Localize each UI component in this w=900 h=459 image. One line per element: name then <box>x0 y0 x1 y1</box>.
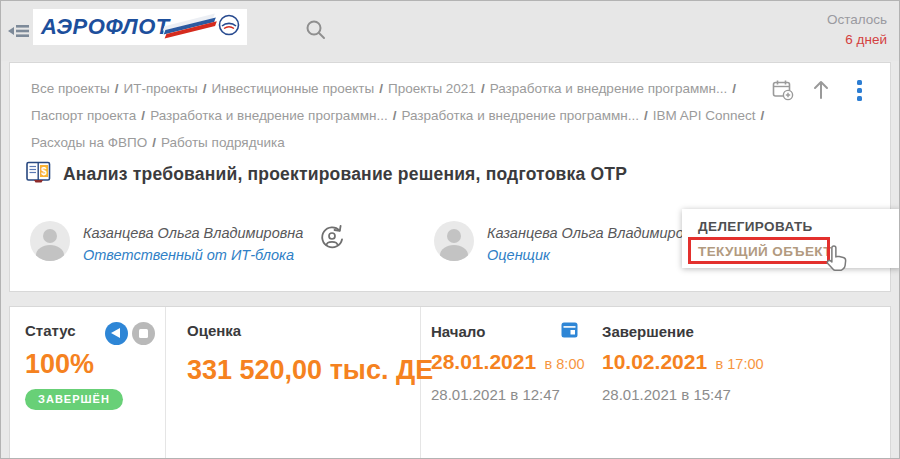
finish-label: Завершение <box>602 323 694 340</box>
breadcrumb-separator: / <box>481 81 485 96</box>
breadcrumb-item[interactable]: Работы подрядчика <box>161 135 285 150</box>
person-card-assessor: Казанцева Ольга Владимировна Оценщик <box>434 221 707 267</box>
start-time: в 8:00 <box>545 356 585 372</box>
page-title: Анализ требований, проектирование решени… <box>63 164 627 185</box>
breadcrumb-actions <box>772 79 870 101</box>
title-row: $ Анализ требований, проектирование реше… <box>26 161 627 187</box>
breadcrumb-item[interactable]: IBM API Connect <box>653 108 756 123</box>
breadcrumb-separator: / <box>115 81 119 96</box>
breadcrumb-separator: / <box>761 108 765 123</box>
person-role-link[interactable]: Оценщик <box>487 244 707 267</box>
status-percent: 100% <box>25 349 94 380</box>
status-label: Статус <box>25 322 76 339</box>
breadcrumb-separator: / <box>141 108 145 123</box>
avatar <box>434 221 474 261</box>
breadcrumb-separator: / <box>644 108 648 123</box>
breadcrumb: Все проекты/ИТ-проекты/Инвестиционные пр… <box>31 75 778 156</box>
avatar <box>30 221 70 261</box>
breadcrumb-item[interactable]: Разработка и внедрение программн... <box>401 108 639 123</box>
person-name: Казанцева Ольга Владимировна <box>487 223 707 244</box>
menu-item-delegate[interactable]: ДЕЛЕГИРОВАТЬ <box>698 219 813 234</box>
delegate-user-icon[interactable] <box>317 223 347 267</box>
topbar: АЭРОФЛОТ Осталось 6 дней <box>1 1 899 61</box>
person-card-responsible: Казанцева Ольга Владимировна Ответственн… <box>30 221 347 267</box>
flag-swoosh-icon <box>162 12 217 42</box>
breadcrumb-separator: / <box>379 81 383 96</box>
breadcrumb-item[interactable]: ИТ-проекты <box>124 81 198 96</box>
remaining-label: Осталось <box>827 10 887 30</box>
breadcrumb-item[interactable]: Разработка и внедрение программн... <box>150 108 388 123</box>
divider <box>165 307 166 458</box>
annotation-highlight-box <box>688 237 830 264</box>
logo-text: АЭРОФЛОТ <box>41 14 170 40</box>
breadcrumb-item[interactable]: Все проекты <box>31 81 110 96</box>
person-name: Казанцева Ольга Владимировна <box>83 223 303 244</box>
app-window: АЭРОФЛОТ Осталось 6 дней Все проекты/ИТ-… <box>0 0 900 459</box>
breadcrumb-separator: / <box>732 81 736 96</box>
breadcrumb-separator: / <box>393 108 397 123</box>
breadcrumb-item[interactable]: Разработка и внедрение программн... <box>490 81 728 96</box>
finish-planned: 10.02.2021 в 17:00 <box>602 350 764 374</box>
svg-text:$: $ <box>41 166 47 177</box>
calendar-add-icon[interactable] <box>772 79 794 101</box>
status-badge: ЗАВЕРШЁН <box>25 389 123 410</box>
start-actual: 28.01.2021 в 12:47 <box>431 386 560 403</box>
arrow-up-icon[interactable] <box>810 79 832 101</box>
breadcrumb-item[interactable]: Инвестиционные проекты <box>212 81 375 96</box>
start-date: 28.01.2021 <box>431 350 536 373</box>
breadcrumb-separator: / <box>203 81 207 96</box>
summary-panel: Статус 100% ЗАВЕРШЁН Оценка 331 520,00 т… <box>9 306 891 459</box>
aeroflot-logo[interactable]: АЭРОФЛОТ <box>33 9 247 45</box>
context-menu: ДЕЛЕГИРОВАТЬ ТЕКУЩИЙ ОБЪЕКТ <box>682 209 900 268</box>
person-role-link[interactable]: Ответственный от ИТ-блока <box>83 244 303 267</box>
estimate-label: Оценка <box>187 322 241 339</box>
finish-time: в 17:00 <box>716 356 764 372</box>
start-label: Начало <box>431 323 485 340</box>
search-icon[interactable] <box>304 18 328 42</box>
breadcrumb-item[interactable]: Проекты 2021 <box>388 81 476 96</box>
time-remaining: Осталось 6 дней <box>827 10 887 50</box>
finish-actual: 28.01.2021 в 15:47 <box>602 386 731 403</box>
hand-cursor-icon <box>821 243 851 277</box>
winged-emblem-icon <box>218 14 240 40</box>
breadcrumb-item[interactable]: Паспорт проекта <box>31 108 136 123</box>
finish-date: 10.02.2021 <box>602 350 707 373</box>
breadcrumb-item[interactable]: Расходы на ФВПО <box>31 135 147 150</box>
breadcrumb-separator: / <box>152 135 156 150</box>
stop-button[interactable] <box>132 322 155 345</box>
estimate-value: 331 520,00 тыс. ДЕ <box>187 355 433 386</box>
rollback-button[interactable] <box>105 322 128 345</box>
kebab-menu-icon[interactable] <box>848 79 870 101</box>
calendar-icon[interactable] <box>561 321 578 342</box>
sidebar-collapse-icon[interactable] <box>8 22 30 40</box>
remaining-value: 6 дней <box>827 30 887 50</box>
start-planned: 28.01.2021 в 8:00 <box>431 350 585 374</box>
book-dollar-icon: $ <box>26 161 51 187</box>
